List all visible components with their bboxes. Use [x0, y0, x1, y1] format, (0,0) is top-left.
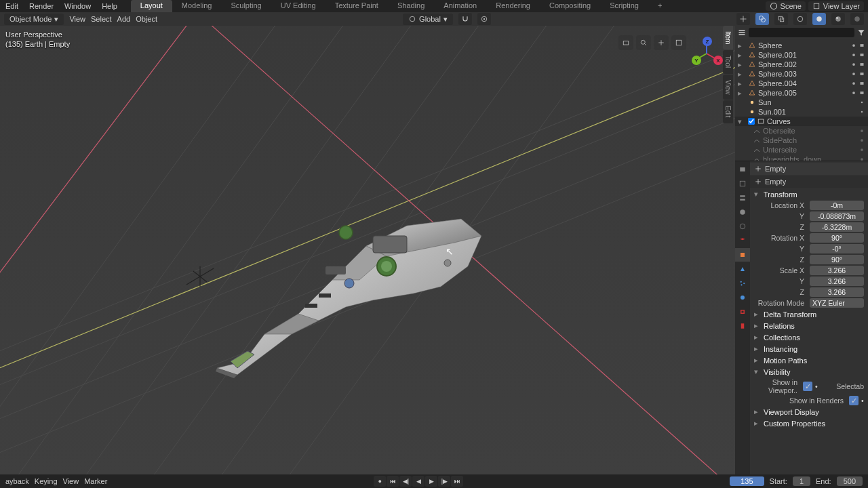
zoom-icon[interactable] — [636, 35, 651, 50]
tab-compositing[interactable]: Compositing — [540, 0, 600, 12]
ptab-render[interactable] — [735, 163, 750, 176]
panel-instancing-header[interactable]: ▸Instancing — [750, 343, 868, 354]
grid-icon[interactable] — [671, 35, 686, 50]
tab-sculpting[interactable]: Sculpting — [221, 0, 271, 12]
scale-x[interactable]: 3.266 — [810, 266, 864, 275]
outliner-search[interactable] — [749, 28, 854, 37]
menu-render[interactable]: Render — [24, 1, 59, 12]
tree-item[interactable]: ▸Sphere.003 — [735, 69, 868, 79]
panel-transform-header[interactable]: ▾Transform — [750, 188, 868, 200]
header-view[interactable]: View — [69, 15, 85, 23]
loc-x[interactable]: -0m — [810, 201, 864, 210]
panel-relations-header[interactable]: ▸Relations — [750, 320, 868, 331]
start-frame[interactable]: 1 — [793, 476, 810, 486]
tree-item[interactable]: Sun — [735, 98, 868, 107]
panel-motionpaths-header[interactable]: ▸Motion Paths — [750, 354, 868, 366]
camera-icon[interactable] — [859, 42, 865, 49]
rot-y[interactable]: -0° — [810, 244, 864, 253]
tree-item[interactable]: SidePatch — [735, 136, 868, 145]
rot-x[interactable]: 90° — [810, 233, 864, 243]
tab-animation[interactable]: Animation — [434, 0, 486, 12]
object-name-field[interactable]: Empty — [765, 178, 786, 186]
tree-item[interactable]: Unterseite — [735, 145, 868, 155]
nav-gizmo[interactable]: X Y Z — [689, 35, 724, 70]
current-frame[interactable]: 135 — [730, 476, 764, 486]
vtab-tool[interactable]: Tool — [723, 50, 733, 73]
jump-start[interactable]: ⏮ — [387, 476, 399, 487]
tree-item[interactable]: Sun.001 — [735, 107, 868, 117]
menu-help[interactable]: Help — [96, 1, 123, 12]
play-reverse[interactable]: ◀ — [412, 476, 425, 487]
menu-edit[interactable]: Edit — [0, 1, 24, 12]
scale-z[interactable]: 3.266 — [810, 287, 864, 297]
breadcrumb-object[interactable]: Empty — [765, 165, 786, 173]
panel-customprops-header[interactable]: ▸Custom Properties — [750, 418, 868, 429]
rot-z[interactable]: 90° — [810, 255, 864, 264]
shading-wireframe[interactable] — [793, 13, 807, 25]
tab-modeling[interactable]: Modeling — [172, 0, 222, 12]
move-icon[interactable] — [654, 35, 669, 50]
orientation-selector[interactable]: Global▾ — [403, 14, 453, 25]
tab-rendering[interactable]: Rendering — [486, 0, 540, 12]
ptab-scene[interactable] — [735, 205, 750, 219]
loc-y[interactable]: -0.088873m — [810, 211, 864, 221]
rotation-mode[interactable]: XYZ Euler — [810, 298, 864, 308]
tab-add[interactable]: + — [648, 0, 671, 12]
timeline-playback[interactable]: ayback — [5, 477, 29, 485]
panel-delta-header[interactable]: ▸Delta Transform — [750, 308, 868, 320]
vtab-view[interactable]: View — [723, 75, 733, 100]
ptab-constraints[interactable] — [735, 305, 750, 319]
viewlayer-selector[interactable]: View Layer — [808, 1, 864, 11]
menu-window[interactable]: Window — [59, 1, 96, 12]
ptab-world[interactable] — [735, 220, 750, 233]
tree-item[interactable]: bluearights_down — [735, 155, 868, 161]
mode-selector[interactable]: Object Mode▾ — [4, 14, 64, 25]
shading-rendered[interactable] — [850, 13, 864, 25]
end-frame[interactable]: 500 — [837, 476, 863, 486]
tab-scripting[interactable]: Scripting — [600, 0, 648, 12]
panel-collections-header[interactable]: ▸Collections — [750, 331, 868, 343]
xray-toggle[interactable] — [774, 13, 788, 25]
ptab-physics[interactable] — [735, 291, 750, 304]
shading-matprev[interactable] — [831, 13, 845, 25]
3d-viewport[interactable]: User Perspective (135) Earth | Empty — [0, 26, 735, 474]
tab-uvediting[interactable]: UV Editing — [271, 0, 326, 12]
tree-item[interactable]: ▸Sphere.004 — [735, 79, 868, 88]
tree-collection[interactable]: ▾Curves — [735, 117, 868, 126]
gizmo-toggle[interactable] — [736, 13, 750, 25]
tab-shading[interactable]: Shading — [388, 0, 434, 12]
header-add[interactable]: Add — [117, 15, 131, 23]
camera-view-icon[interactable] — [618, 35, 633, 50]
jump-end[interactable]: ⏭ — [451, 476, 463, 487]
panel-visibility-header[interactable]: ▾Visibility — [750, 366, 868, 378]
tree-item[interactable]: ▸Sphere.005 — [735, 88, 868, 98]
tree-item[interactable]: ▸Sphere — [735, 41, 868, 50]
overlay-toggle[interactable] — [755, 13, 769, 25]
filter-icon[interactable] — [857, 28, 865, 37]
keyframe-prev[interactable]: ◀| — [399, 476, 412, 487]
collection-enable[interactable] — [748, 118, 755, 125]
ptab-output[interactable] — [735, 177, 750, 190]
tree-item[interactable]: ▸Sphere.001 — [735, 50, 868, 60]
ptab-viewlayer[interactable] — [735, 191, 750, 205]
panel-viewportdisplay-header[interactable]: ▸Viewport Display — [750, 406, 868, 418]
ptab-collection[interactable] — [735, 234, 750, 247]
vtab-item[interactable]: Item — [723, 26, 733, 49]
tree-item[interactable]: ▸Sphere.002 — [735, 60, 868, 69]
header-select[interactable]: Select — [91, 15, 112, 23]
header-object[interactable]: Object — [136, 15, 157, 23]
shading-solid[interactable] — [812, 13, 826, 25]
show-viewport-check[interactable]: ✓ — [803, 382, 812, 391]
play-forward[interactable]: ▶ — [425, 476, 437, 487]
tab-layout[interactable]: Layout — [131, 0, 172, 12]
timeline-view[interactable]: View — [63, 477, 79, 485]
ptab-object[interactable] — [735, 248, 750, 262]
tab-texturepaint[interactable]: Texture Paint — [326, 0, 388, 12]
ptab-particles[interactable] — [735, 277, 750, 290]
ptab-modifier[interactable] — [735, 262, 750, 276]
proportional-toggle[interactable] — [477, 13, 491, 25]
timeline-marker[interactable]: Marker — [84, 477, 107, 485]
tree-item[interactable]: Oberseite — [735, 126, 868, 136]
ptab-data[interactable] — [735, 319, 750, 333]
eye-icon[interactable] — [850, 42, 857, 49]
